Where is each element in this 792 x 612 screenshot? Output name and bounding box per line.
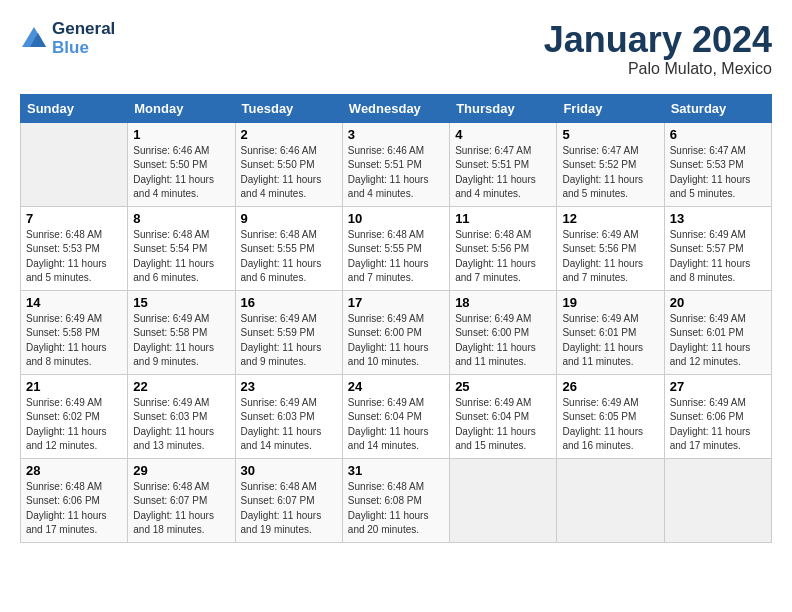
- calendar-cell: 28Sunrise: 6:48 AMSunset: 6:06 PMDayligh…: [21, 458, 128, 542]
- day-number: 10: [348, 211, 444, 226]
- day-number: 22: [133, 379, 229, 394]
- day-detail: Sunrise: 6:49 AMSunset: 6:03 PMDaylight:…: [241, 396, 337, 454]
- day-number: 12: [562, 211, 658, 226]
- day-detail: Sunrise: 6:49 AMSunset: 5:59 PMDaylight:…: [241, 312, 337, 370]
- calendar-table: SundayMondayTuesdayWednesdayThursdayFrid…: [20, 94, 772, 543]
- day-number: 9: [241, 211, 337, 226]
- calendar-cell: 4Sunrise: 6:47 AMSunset: 5:51 PMDaylight…: [450, 122, 557, 206]
- day-number: 31: [348, 463, 444, 478]
- day-number: 30: [241, 463, 337, 478]
- weekday-header-friday: Friday: [557, 94, 664, 122]
- calendar-cell: 2Sunrise: 6:46 AMSunset: 5:50 PMDaylight…: [235, 122, 342, 206]
- day-detail: Sunrise: 6:48 AMSunset: 6:08 PMDaylight:…: [348, 480, 444, 538]
- calendar-cell: 13Sunrise: 6:49 AMSunset: 5:57 PMDayligh…: [664, 206, 771, 290]
- day-detail: Sunrise: 6:49 AMSunset: 6:05 PMDaylight:…: [562, 396, 658, 454]
- calendar-cell: 24Sunrise: 6:49 AMSunset: 6:04 PMDayligh…: [342, 374, 449, 458]
- calendar-cell: 15Sunrise: 6:49 AMSunset: 5:58 PMDayligh…: [128, 290, 235, 374]
- calendar-cell: 31Sunrise: 6:48 AMSunset: 6:08 PMDayligh…: [342, 458, 449, 542]
- day-detail: Sunrise: 6:49 AMSunset: 5:58 PMDaylight:…: [26, 312, 122, 370]
- calendar-week-row: 14Sunrise: 6:49 AMSunset: 5:58 PMDayligh…: [21, 290, 772, 374]
- calendar-cell: 16Sunrise: 6:49 AMSunset: 5:59 PMDayligh…: [235, 290, 342, 374]
- day-detail: Sunrise: 6:49 AMSunset: 6:04 PMDaylight:…: [455, 396, 551, 454]
- calendar-cell: 12Sunrise: 6:49 AMSunset: 5:56 PMDayligh…: [557, 206, 664, 290]
- day-number: 23: [241, 379, 337, 394]
- day-detail: Sunrise: 6:49 AMSunset: 5:56 PMDaylight:…: [562, 228, 658, 286]
- calendar-cell: 19Sunrise: 6:49 AMSunset: 6:01 PMDayligh…: [557, 290, 664, 374]
- page-header: General Blue January 2024 Palo Mulato, M…: [20, 20, 772, 78]
- logo: General Blue: [20, 20, 115, 57]
- day-number: 29: [133, 463, 229, 478]
- day-detail: Sunrise: 6:49 AMSunset: 6:02 PMDaylight:…: [26, 396, 122, 454]
- day-detail: Sunrise: 6:48 AMSunset: 5:54 PMDaylight:…: [133, 228, 229, 286]
- day-number: 11: [455, 211, 551, 226]
- day-number: 21: [26, 379, 122, 394]
- weekday-header-sunday: Sunday: [21, 94, 128, 122]
- day-number: 1: [133, 127, 229, 142]
- calendar-cell: 14Sunrise: 6:49 AMSunset: 5:58 PMDayligh…: [21, 290, 128, 374]
- calendar-cell: [450, 458, 557, 542]
- calendar-cell: 3Sunrise: 6:46 AMSunset: 5:51 PMDaylight…: [342, 122, 449, 206]
- day-detail: Sunrise: 6:46 AMSunset: 5:50 PMDaylight:…: [133, 144, 229, 202]
- day-number: 8: [133, 211, 229, 226]
- weekday-header-row: SundayMondayTuesdayWednesdayThursdayFrid…: [21, 94, 772, 122]
- day-number: 24: [348, 379, 444, 394]
- day-detail: Sunrise: 6:49 AMSunset: 6:00 PMDaylight:…: [348, 312, 444, 370]
- calendar-cell: [664, 458, 771, 542]
- calendar-week-row: 21Sunrise: 6:49 AMSunset: 6:02 PMDayligh…: [21, 374, 772, 458]
- day-detail: Sunrise: 6:49 AMSunset: 6:06 PMDaylight:…: [670, 396, 766, 454]
- day-number: 14: [26, 295, 122, 310]
- calendar-cell: 20Sunrise: 6:49 AMSunset: 6:01 PMDayligh…: [664, 290, 771, 374]
- day-detail: Sunrise: 6:49 AMSunset: 6:00 PMDaylight:…: [455, 312, 551, 370]
- calendar-cell: 9Sunrise: 6:48 AMSunset: 5:55 PMDaylight…: [235, 206, 342, 290]
- calendar-cell: 21Sunrise: 6:49 AMSunset: 6:02 PMDayligh…: [21, 374, 128, 458]
- weekday-header-monday: Monday: [128, 94, 235, 122]
- day-detail: Sunrise: 6:48 AMSunset: 5:55 PMDaylight:…: [241, 228, 337, 286]
- day-number: 19: [562, 295, 658, 310]
- calendar-cell: 26Sunrise: 6:49 AMSunset: 6:05 PMDayligh…: [557, 374, 664, 458]
- day-number: 2: [241, 127, 337, 142]
- calendar-week-row: 1Sunrise: 6:46 AMSunset: 5:50 PMDaylight…: [21, 122, 772, 206]
- calendar-cell: 18Sunrise: 6:49 AMSunset: 6:00 PMDayligh…: [450, 290, 557, 374]
- day-number: 6: [670, 127, 766, 142]
- calendar-cell: 10Sunrise: 6:48 AMSunset: 5:55 PMDayligh…: [342, 206, 449, 290]
- calendar-cell: 17Sunrise: 6:49 AMSunset: 6:00 PMDayligh…: [342, 290, 449, 374]
- day-detail: Sunrise: 6:47 AMSunset: 5:52 PMDaylight:…: [562, 144, 658, 202]
- day-number: 7: [26, 211, 122, 226]
- calendar-cell: 22Sunrise: 6:49 AMSunset: 6:03 PMDayligh…: [128, 374, 235, 458]
- calendar-cell: 29Sunrise: 6:48 AMSunset: 6:07 PMDayligh…: [128, 458, 235, 542]
- day-detail: Sunrise: 6:48 AMSunset: 6:07 PMDaylight:…: [241, 480, 337, 538]
- day-detail: Sunrise: 6:49 AMSunset: 6:04 PMDaylight:…: [348, 396, 444, 454]
- day-number: 13: [670, 211, 766, 226]
- day-number: 16: [241, 295, 337, 310]
- day-number: 20: [670, 295, 766, 310]
- day-number: 18: [455, 295, 551, 310]
- day-number: 5: [562, 127, 658, 142]
- day-detail: Sunrise: 6:48 AMSunset: 5:53 PMDaylight:…: [26, 228, 122, 286]
- calendar-cell: 5Sunrise: 6:47 AMSunset: 5:52 PMDaylight…: [557, 122, 664, 206]
- calendar-cell: 1Sunrise: 6:46 AMSunset: 5:50 PMDaylight…: [128, 122, 235, 206]
- day-number: 26: [562, 379, 658, 394]
- day-number: 4: [455, 127, 551, 142]
- weekday-header-saturday: Saturday: [664, 94, 771, 122]
- title-block: January 2024 Palo Mulato, Mexico: [544, 20, 772, 78]
- calendar-cell: 30Sunrise: 6:48 AMSunset: 6:07 PMDayligh…: [235, 458, 342, 542]
- day-number: 28: [26, 463, 122, 478]
- calendar-cell: 8Sunrise: 6:48 AMSunset: 5:54 PMDaylight…: [128, 206, 235, 290]
- logo-icon: [20, 25, 48, 53]
- day-detail: Sunrise: 6:47 AMSunset: 5:53 PMDaylight:…: [670, 144, 766, 202]
- day-number: 17: [348, 295, 444, 310]
- calendar-cell: 25Sunrise: 6:49 AMSunset: 6:04 PMDayligh…: [450, 374, 557, 458]
- day-detail: Sunrise: 6:49 AMSunset: 5:58 PMDaylight:…: [133, 312, 229, 370]
- day-number: 25: [455, 379, 551, 394]
- weekday-header-thursday: Thursday: [450, 94, 557, 122]
- calendar-cell: 7Sunrise: 6:48 AMSunset: 5:53 PMDaylight…: [21, 206, 128, 290]
- calendar-cell: 6Sunrise: 6:47 AMSunset: 5:53 PMDaylight…: [664, 122, 771, 206]
- day-number: 3: [348, 127, 444, 142]
- calendar-cell: 27Sunrise: 6:49 AMSunset: 6:06 PMDayligh…: [664, 374, 771, 458]
- day-detail: Sunrise: 6:47 AMSunset: 5:51 PMDaylight:…: [455, 144, 551, 202]
- calendar-cell: 11Sunrise: 6:48 AMSunset: 5:56 PMDayligh…: [450, 206, 557, 290]
- day-detail: Sunrise: 6:49 AMSunset: 6:01 PMDaylight:…: [562, 312, 658, 370]
- calendar-title: January 2024: [544, 20, 772, 60]
- day-number: 27: [670, 379, 766, 394]
- day-detail: Sunrise: 6:48 AMSunset: 5:55 PMDaylight:…: [348, 228, 444, 286]
